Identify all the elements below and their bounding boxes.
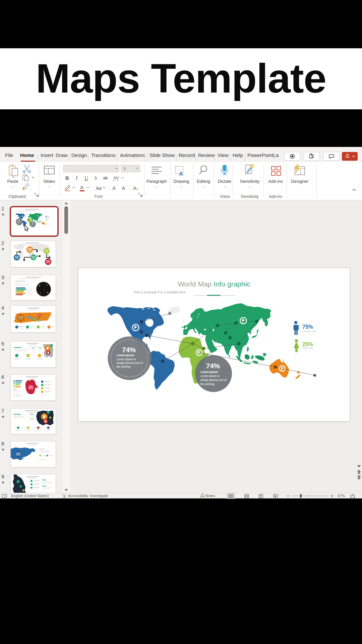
svg-text:16.79: 16.79	[16, 454, 20, 456]
svg-text:A: A	[179, 171, 183, 177]
svg-text:the printing.: the printing.	[200, 382, 215, 386]
svg-text:U: U	[84, 175, 88, 181]
svg-text:S: S	[94, 175, 97, 181]
svg-text:simply dummy text of: simply dummy text of	[117, 361, 143, 365]
svg-text:Male User: Male User	[302, 346, 314, 350]
svg-text:Lorem Ipsum is: Lorem Ipsum is	[117, 358, 136, 361]
svg-text:the printing.: the printing.	[117, 365, 131, 368]
svg-text:A: A	[112, 185, 116, 191]
svg-text:ˆ: ˆ	[116, 184, 117, 187]
svg-text:A: A	[80, 184, 83, 190]
svg-text:simply dummy text of: simply dummy text of	[200, 378, 227, 382]
svg-text:ˇ: ˇ	[125, 185, 126, 188]
svg-text:A: A	[122, 185, 125, 191]
svg-text:75%: 75%	[302, 324, 313, 330]
svg-text:Female User: Female User	[302, 330, 317, 333]
svg-text:44.7k: 44.7k	[18, 316, 23, 318]
svg-text:74%: 74%	[206, 362, 220, 370]
svg-text:74%: 74%	[122, 346, 136, 354]
svg-text:ab: ab	[103, 175, 108, 180]
svg-text:9: 9	[123, 166, 126, 171]
svg-text:I: I	[75, 175, 78, 181]
svg-text:B: B	[65, 175, 69, 181]
svg-text:AV: AV	[113, 175, 119, 180]
svg-text:Aa: Aa	[96, 185, 102, 191]
svg-text:Lorem Ipsum: Lorem Ipsum	[200, 370, 218, 374]
svg-text:19.7k: 19.7k	[28, 387, 34, 389]
svg-text:Lorem Ipsum: Lorem Ipsum	[117, 354, 134, 357]
svg-text:A: A	[133, 185, 136, 191]
svg-text:Lorem Ipsum is: Lorem Ipsum is	[200, 374, 220, 378]
